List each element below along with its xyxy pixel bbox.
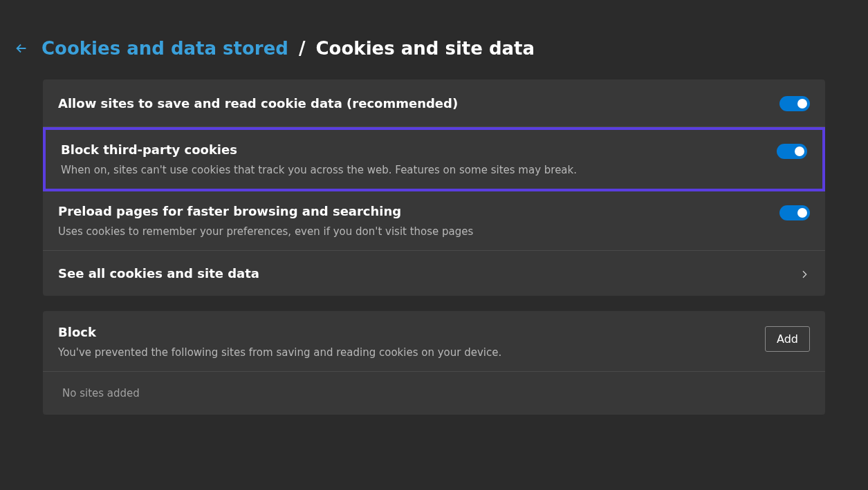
setting-description: Uses cookies to remember your preference…	[58, 225, 766, 238]
block-section-header: Block You've prevented the following sit…	[43, 311, 825, 372]
row-control: Add	[765, 325, 810, 352]
block-title: Block	[58, 325, 751, 339]
row-text: Block third-party cookies When on, sites…	[61, 142, 763, 176]
page-header: Cookies and data stored / Cookies and si…	[0, 0, 868, 79]
toggle-knob-icon	[797, 208, 807, 218]
setting-title: Block third-party cookies	[61, 142, 763, 157]
setting-allow-cookies: Allow sites to save and read cookie data…	[43, 79, 825, 127]
row-text: Preload pages for faster browsing and se…	[58, 204, 766, 238]
setting-title: Preload pages for faster browsing and se…	[58, 204, 766, 218]
setting-block-third-party: Block third-party cookies When on, sites…	[43, 127, 825, 191]
toggle-block-third-party[interactable]	[777, 144, 807, 159]
back-arrow-icon[interactable]	[14, 41, 29, 56]
toggle-knob-icon	[797, 99, 807, 109]
toggle-knob-icon	[795, 147, 804, 156]
block-empty-state: No sites added	[43, 372, 825, 415]
row-text: See all cookies and site data	[58, 266, 785, 281]
setting-title: See all cookies and site data	[58, 266, 785, 281]
row-control	[779, 95, 810, 111]
breadcrumb: Cookies and data stored / Cookies and si…	[41, 38, 535, 59]
breadcrumb-separator: /	[299, 38, 306, 59]
setting-description: When on, sites can't use cookies that tr…	[61, 164, 763, 176]
settings-group-block: Block You've prevented the following sit…	[43, 311, 825, 415]
setting-preload-pages: Preload pages for faster browsing and se…	[43, 191, 825, 251]
block-description: You've prevented the following sites fro…	[58, 346, 751, 359]
add-block-site-button[interactable]: Add	[765, 326, 810, 352]
toggle-preload-pages[interactable]	[779, 205, 810, 220]
row-control	[779, 204, 810, 220]
breadcrumb-current: Cookies and site data	[316, 38, 535, 59]
row-text: Block You've prevented the following sit…	[58, 325, 751, 359]
setting-title: Allow sites to save and read cookie data…	[58, 96, 766, 111]
breadcrumb-parent-link[interactable]: Cookies and data stored	[41, 38, 288, 59]
settings-group-main: Allow sites to save and read cookie data…	[43, 79, 825, 296]
row-control	[777, 142, 807, 159]
row-text: Allow sites to save and read cookie data…	[58, 96, 766, 111]
toggle-allow-cookies[interactable]	[779, 96, 810, 111]
chevron-right-icon	[799, 267, 810, 280]
setting-see-all-cookies[interactable]: See all cookies and site data	[43, 251, 825, 296]
